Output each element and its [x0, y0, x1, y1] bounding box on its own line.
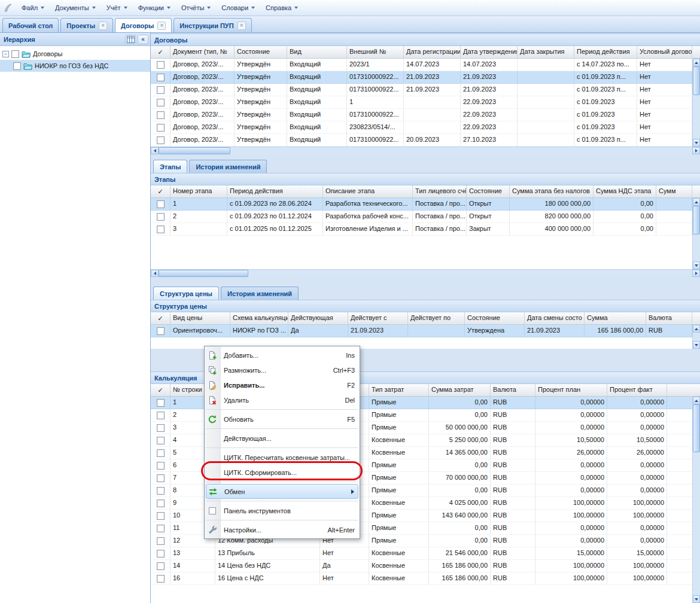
stages-column-header[interactable]: Период действия: [227, 185, 323, 197]
context-menu-item-1[interactable]: Добавить...Ins: [205, 348, 360, 363]
row-checkbox[interactable]: [157, 213, 165, 221]
row-checkbox[interactable]: [157, 226, 165, 233]
stages-tab-2[interactable]: История изменений: [189, 160, 267, 173]
columns-icon[interactable]: [125, 35, 136, 44]
context-menu-item-7[interactable]: ЦИТК. Пересчитать косвенные затраты...: [205, 450, 360, 465]
contracts-column-header[interactable]: Вид: [287, 46, 347, 58]
calculation-row[interactable]: 1414 Цена без НДСДаКосвенные165 186 000,…: [151, 560, 700, 572]
context-menu-item-4[interactable]: УдалитьDel: [205, 392, 360, 407]
tree-node-1[interactable]: −Договоры: [0, 48, 150, 60]
price-column-header[interactable]: Действующая: [288, 312, 348, 324]
menubar-item-1[interactable]: Файл: [16, 2, 50, 13]
menubar-item-3[interactable]: Учёт: [101, 2, 133, 13]
tree-expander-icon[interactable]: −: [2, 51, 9, 57]
tab-close-icon[interactable]: ×: [157, 22, 166, 30]
stages-column-header[interactable]: Состояние: [467, 185, 510, 197]
price-row[interactable]: Ориентировоч...НИОКР по ГОЗ ...Да21.09.2…: [151, 325, 700, 337]
contracts-column-header[interactable]: Дата утверждения: [461, 46, 518, 58]
calculation-check-column-header[interactable]: ✓: [151, 384, 171, 396]
main-tab-2[interactable]: Проекты×: [60, 18, 113, 32]
contracts-row[interactable]: Договор, 2023/...УтверждёнВходящий017310…: [151, 109, 700, 121]
scrollbar-thumb[interactable]: [159, 270, 248, 277]
price-column-header[interactable]: Дата смены состо: [525, 312, 585, 324]
stages-check-column-header[interactable]: ✓: [151, 185, 171, 197]
main-tab-4[interactable]: Инструкции ПУП×: [174, 18, 251, 32]
price-column-header[interactable]: Действует по: [408, 312, 465, 324]
row-checkbox[interactable]: [157, 412, 165, 419]
tab-close-icon[interactable]: ×: [99, 22, 107, 30]
calculation-column-header[interactable]: [667, 384, 700, 396]
contracts-column-header[interactable]: Внешний №: [347, 46, 404, 58]
context-menu-item-5[interactable]: ОбновитьF5: [205, 412, 360, 427]
scroll-down-icon[interactable]: [693, 139, 700, 147]
context-menu-item-2[interactable]: Размножить...Ctrl+F3: [205, 363, 360, 377]
calculation-column-header[interactable]: Валюта: [491, 384, 535, 396]
contracts-column-header[interactable]: Состояние: [235, 46, 287, 58]
price-check-column-header[interactable]: ✓: [151, 312, 171, 324]
scroll-down-icon[interactable]: [693, 595, 700, 603]
scroll-right-icon[interactable]: [692, 147, 700, 154]
price-column-header[interactable]: Вид цены: [171, 312, 230, 324]
price-tab-1[interactable]: Структура цены: [153, 287, 219, 300]
menubar-item-2[interactable]: Документы: [50, 2, 101, 13]
calculation-vertical-scrollbar[interactable]: [692, 397, 700, 603]
scrollbar-thumb[interactable]: [693, 206, 700, 234]
row-checkbox[interactable]: [157, 537, 165, 545]
stages-vertical-scrollbar[interactable]: [692, 198, 700, 269]
contracts-column-header[interactable]: Период действия: [574, 46, 637, 58]
price-column-header[interactable]: Состояние: [465, 312, 525, 324]
context-menu-item-8[interactable]: ЦИТК. Сформировать...: [205, 465, 360, 480]
contracts-row[interactable]: Договор, 2023/...УтверждёнВходящий230823…: [151, 121, 700, 134]
calculation-column-header[interactable]: Процент факт: [607, 384, 667, 396]
scroll-left-icon[interactable]: [151, 147, 159, 154]
row-checkbox[interactable]: [157, 111, 165, 119]
calculation-row[interactable]: 1313 ПрибыльНетКосвенные21 546 000,00RUB…: [151, 547, 700, 560]
tree-node-checkbox[interactable]: [13, 62, 21, 70]
scroll-up-icon[interactable]: [693, 325, 700, 333]
row-checkbox[interactable]: [157, 327, 165, 335]
stages-row[interactable]: 1с 01.09.2023 по 28.06.2024Разработка те…: [151, 198, 700, 211]
stages-column-header[interactable]: Номер этапа: [171, 185, 227, 197]
contracts-column-header[interactable]: Дата закрытия: [518, 46, 574, 58]
contracts-row[interactable]: Договор, 2023/...УтверждёнВходящий017310…: [151, 134, 700, 147]
scrollbar-thumb[interactable]: [159, 147, 230, 154]
contracts-vertical-scrollbar[interactable]: [692, 59, 700, 147]
stages-tab-1[interactable]: Этапы: [153, 160, 187, 173]
row-checkbox[interactable]: [157, 550, 165, 558]
row-checkbox[interactable]: [157, 74, 165, 81]
context-menu-item-3[interactable]: Исправить...F2: [205, 377, 360, 392]
context-menu-item-6[interactable]: Действующая...: [205, 431, 360, 446]
price-column-header[interactable]: Схема калькуляци: [230, 312, 288, 324]
row-checkbox[interactable]: [157, 399, 165, 407]
menubar-item-6[interactable]: Словари: [216, 2, 260, 13]
calculation-column-header[interactable]: Процент план: [535, 384, 607, 396]
context-menu-item-11[interactable]: Настройки...Alt+Enter: [205, 522, 360, 537]
row-checkbox[interactable]: [157, 136, 165, 144]
stages-column-header[interactable]: Сумма НДС этапа: [594, 185, 656, 197]
row-checkbox[interactable]: [157, 99, 165, 106]
scroll-down-icon[interactable]: [693, 341, 700, 349]
tree-node-checkbox[interactable]: [11, 50, 19, 58]
contracts-row[interactable]: Договор, 2023/...УтверждёнВходящий122.09…: [151, 96, 700, 109]
collapse-panel-button[interactable]: «: [138, 35, 148, 44]
contracts-column-header[interactable]: Документ (тип, №: [171, 46, 235, 58]
contracts-row[interactable]: Договор, 2023/...УтверждёнВходящий017310…: [151, 84, 700, 96]
row-checkbox[interactable]: [157, 61, 165, 69]
row-checkbox[interactable]: [157, 500, 165, 507]
main-tab-3[interactable]: Договоры×: [115, 18, 172, 32]
stages-column-header[interactable]: Сумм: [656, 185, 692, 197]
price-tab-2[interactable]: История изменений: [221, 287, 299, 300]
menubar-item-5[interactable]: Отчёты: [176, 2, 216, 13]
scroll-up-icon[interactable]: [693, 397, 700, 404]
menubar-item-4[interactable]: Функции: [133, 2, 176, 13]
stages-column-header[interactable]: Тип лицевого счёт: [413, 185, 467, 197]
price-column-header[interactable]: Действует с: [348, 312, 408, 324]
contracts-check-column-header[interactable]: ✓: [151, 46, 171, 58]
calculation-column-header[interactable]: Сумма затрат: [429, 384, 491, 396]
row-checkbox[interactable]: [157, 575, 165, 583]
context-menu-item-9[interactable]: Обмен: [206, 484, 358, 499]
contracts-column-header[interactable]: Условный догово: [637, 46, 692, 58]
contracts-row[interactable]: Договор, 2023/...УтверждёнВходящий2023/1…: [151, 59, 700, 71]
row-checkbox[interactable]: [157, 424, 165, 432]
tree-node-2[interactable]: НИОКР по ГОЗ без НДС: [0, 60, 150, 72]
